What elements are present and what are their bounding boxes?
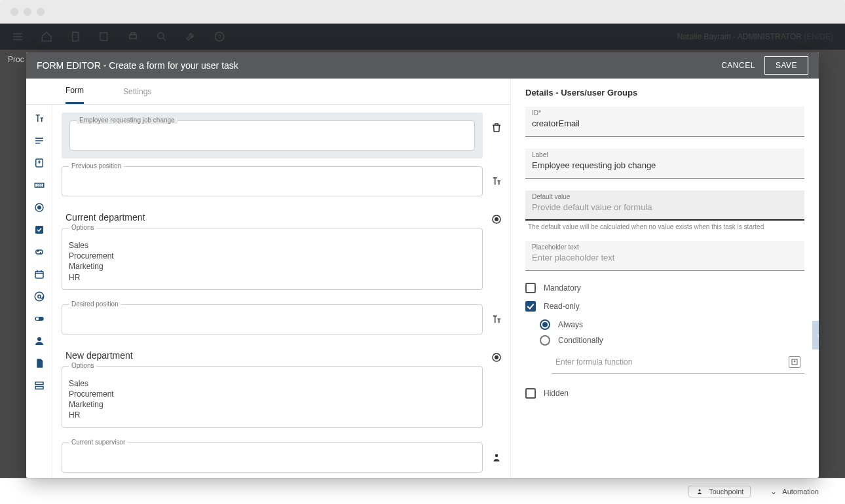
svg-point-18	[37, 337, 41, 341]
delete-icon[interactable]	[489, 113, 504, 134]
svg-rect-19	[35, 382, 43, 385]
lines-icon[interactable]	[33, 135, 45, 147]
readonly-always-row[interactable]: Always	[540, 319, 804, 330]
layout-icon[interactable]	[33, 380, 45, 391]
text-type-icon	[489, 166, 504, 187]
field-label: Previous position	[69, 162, 124, 170]
option-item: Marketing	[69, 399, 476, 410]
options-label: Options	[69, 224, 96, 231]
calculator-icon[interactable]	[33, 157, 45, 169]
traffic-min-icon	[24, 8, 31, 16]
radio-icon[interactable]	[33, 202, 45, 213]
placeholder-label: Placeholder text	[532, 243, 579, 251]
option-item: Sales	[69, 240, 476, 251]
field-palette: 100	[26, 105, 52, 478]
hidden-checkbox-row[interactable]: Hidden	[525, 388, 804, 399]
field-employee-requesting[interactable]: Employee requesting job change	[62, 113, 483, 158]
readonly-checkbox[interactable]	[525, 301, 536, 312]
svg-point-24	[495, 355, 498, 359]
svg-point-17	[35, 317, 39, 321]
text-size-icon[interactable]	[33, 113, 45, 124]
option-item: Sales	[69, 378, 476, 389]
mandatory-checkbox[interactable]	[525, 283, 536, 293]
background-footer: Touchpoint ⌄ Automation	[0, 478, 845, 504]
id-value: creatorEmail	[532, 118, 798, 128]
label-value: Employee requesting job change	[532, 160, 798, 170]
tab-settings[interactable]: Settings	[123, 79, 151, 104]
svg-point-6	[699, 489, 701, 491]
traffic-max-icon	[37, 8, 45, 16]
automation-label: Automation	[782, 488, 819, 495]
field-label: Employee requesting job change	[77, 117, 178, 124]
default-value-placeholder: Provide default value or formula	[532, 202, 798, 212]
svg-point-25	[495, 454, 498, 457]
section-current-department: Current department	[66, 212, 489, 223]
form-editor-modal: FORM EDITOR - Create a form for your use…	[26, 52, 819, 478]
conditionally-radio[interactable]	[540, 335, 550, 346]
link-icon[interactable]	[33, 246, 45, 258]
svg-rect-12	[35, 226, 43, 234]
id-label: ID*	[532, 109, 541, 117]
section-new-department: New department	[66, 350, 489, 361]
document-icon[interactable]	[33, 357, 45, 369]
field-current-supervisor[interactable]: Current supervisor	[62, 442, 483, 473]
svg-text:100: 100	[36, 183, 42, 187]
readonly-label: Read-only	[544, 302, 580, 311]
always-label: Always	[558, 320, 583, 329]
number-field-icon[interactable]: 100	[33, 179, 45, 191]
svg-rect-20	[35, 387, 43, 389]
email-icon[interactable]	[33, 291, 45, 302]
radio-type-icon	[489, 204, 504, 225]
field-previous-position[interactable]: Previous position	[62, 166, 483, 196]
field-new-dept-options[interactable]: Options Sales Procurement Marketing HR	[62, 366, 483, 428]
option-item: Procurement	[69, 389, 476, 399]
options-label: Options	[69, 362, 96, 369]
touchpoint-label: Touchpoint	[709, 488, 743, 495]
svg-point-11	[37, 206, 41, 209]
hidden-label: Hidden	[544, 389, 569, 398]
modal-title: FORM EDITOR - Create a form for your use…	[37, 60, 238, 71]
tab-form[interactable]: Form	[66, 79, 84, 104]
user-icon[interactable]	[33, 335, 45, 347]
cancel-button[interactable]: CANCEL	[721, 61, 755, 70]
always-radio[interactable]	[540, 319, 550, 330]
save-button[interactable]: SAVE	[764, 56, 808, 75]
toggle-icon[interactable]	[33, 313, 45, 325]
automation-panel[interactable]: ⌄ Automation	[764, 486, 825, 497]
default-value-helper: The default value will be calculated whe…	[528, 223, 804, 230]
formula-input[interactable]: Enter formula function	[552, 351, 804, 374]
field-current-dept-options[interactable]: Options Sales Procurement Marketing HR	[62, 228, 483, 290]
editor-tabs: Form Settings	[26, 79, 510, 105]
default-value-label: Default value	[532, 193, 570, 200]
id-field[interactable]: ID* creatorEmail	[525, 107, 804, 137]
mandatory-checkbox-row[interactable]: Mandatory	[525, 283, 804, 293]
option-item: Marketing	[69, 261, 476, 272]
svg-rect-13	[35, 272, 43, 279]
date-icon[interactable]	[33, 268, 45, 280]
field-desired-position[interactable]: Desired position	[62, 304, 483, 334]
placeholder-field[interactable]: Placeholder text Enter placeholder text	[525, 241, 804, 271]
form-canvas[interactable]: Employee requesting job change Previous …	[52, 105, 510, 478]
readonly-checkbox-row[interactable]: Read-only	[525, 301, 804, 312]
label-label: Label	[532, 151, 548, 158]
collapse-panel-icon[interactable]: ›	[812, 321, 819, 350]
browser-titlebar	[0, 0, 845, 24]
option-item: HR	[69, 272, 476, 283]
label-field[interactable]: Label Employee requesting job change	[525, 149, 804, 179]
placeholder-placeholder: Enter placeholder text	[532, 253, 798, 262]
hidden-checkbox[interactable]	[525, 388, 536, 399]
formula-picker-icon[interactable]	[789, 356, 800, 368]
field-label: Desired position	[69, 300, 121, 308]
default-value-field[interactable]: Default value Provide default value or f…	[525, 190, 804, 221]
details-title: Details - Users/user Groups	[525, 88, 804, 98]
touchpoint-dropdown[interactable]: Touchpoint	[688, 486, 751, 497]
checkbox-icon[interactable]	[33, 224, 45, 236]
breadcrumb-fragment: Proc	[8, 55, 24, 64]
modal-header: FORM EDITOR - Create a form for your use…	[26, 52, 819, 79]
option-item: HR	[69, 410, 476, 420]
readonly-conditionally-row[interactable]: Conditionally	[540, 335, 804, 346]
conditionally-label: Conditionally	[558, 336, 603, 345]
field-label: Current supervisor	[69, 439, 128, 446]
person-pin-icon	[696, 488, 704, 495]
text-type-icon	[489, 304, 504, 325]
